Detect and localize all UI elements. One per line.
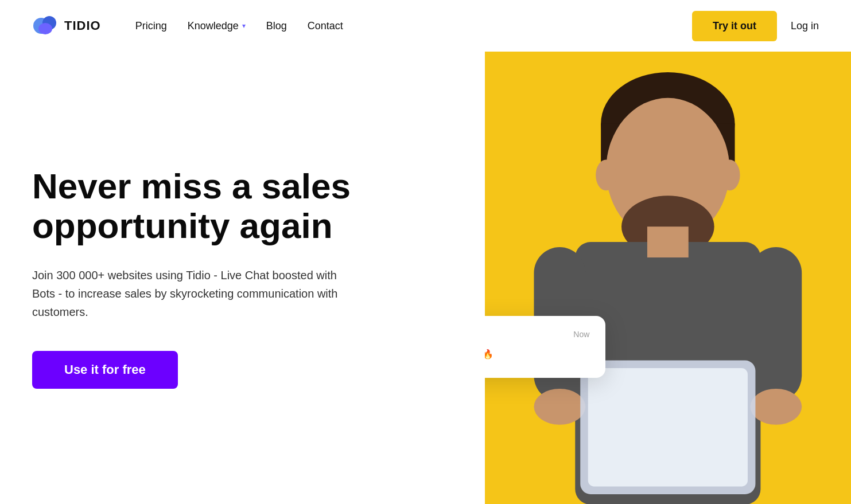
nav-knowledge[interactable]: Knowledge ▾ — [188, 20, 246, 32]
nav-links: Pricing Knowledge ▾ Blog Contact — [135, 20, 692, 32]
nav-actions: Try it out Log in — [692, 11, 819, 41]
svg-point-14 — [751, 389, 802, 425]
hero-subtext: Join 300 000+ websites using Tidio - Liv… — [32, 266, 353, 321]
svg-point-7 — [720, 159, 740, 190]
nav-blog[interactable]: Blog — [266, 20, 287, 32]
chat-message-text: placed an order sucessfully 🔥 — [485, 349, 563, 360]
svg-rect-16 — [588, 368, 748, 486]
chat-timestamp: Now — [573, 330, 589, 339]
svg-point-2 — [38, 23, 52, 34]
login-button[interactable]: Log in — [791, 20, 819, 32]
cta-button[interactable]: Use it for free — [32, 351, 178, 389]
svg-rect-12 — [751, 247, 802, 401]
nav-pricing[interactable]: Pricing — [135, 20, 167, 32]
logo[interactable]: TIDIO — [32, 13, 101, 39]
svg-point-6 — [596, 159, 616, 190]
brand-name: TIDIO — [64, 18, 101, 33]
hero-section: Never miss a sales opportunity again Joi… — [0, 52, 851, 504]
chat-content: Tidio Live Chat Bot placed an order suce… — [485, 335, 563, 360]
nav-contact[interactable]: Contact — [308, 20, 343, 32]
person-illustration — [485, 52, 851, 504]
chat-notification-card: 🤖 Tidio Live Chat Bot placed an order su… — [485, 316, 605, 378]
knowledge-chevron-icon: ▾ — [242, 22, 246, 30]
svg-rect-10 — [647, 226, 689, 257]
hero-right-panel: 🤖 Tidio Live Chat Bot placed an order su… — [485, 52, 851, 504]
hero-headline: Never miss a sales opportunity again — [32, 167, 399, 245]
chat-sender-name: Tidio Live Chat Bot — [485, 335, 563, 346]
hero-left-panel: Never miss a sales opportunity again Joi… — [0, 52, 485, 504]
try-it-out-button[interactable]: Try it out — [692, 11, 777, 41]
navbar: TIDIO Pricing Knowledge ▾ Blog Contact T… — [0, 0, 851, 52]
svg-point-13 — [534, 389, 586, 425]
tidio-logo-icon — [32, 13, 59, 39]
